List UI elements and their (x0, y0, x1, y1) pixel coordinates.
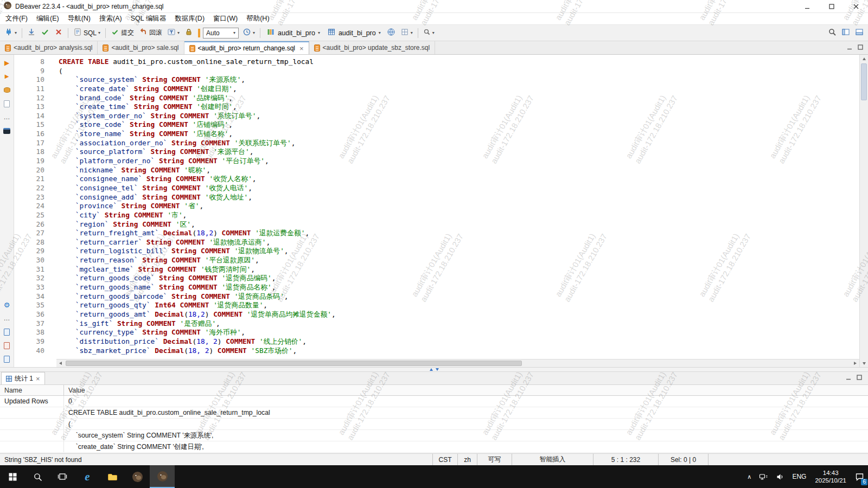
vertical-scroll-thumb[interactable] (861, 63, 867, 100)
status-insert-mode[interactable]: 智能插入 (512, 454, 593, 465)
search-dropdown-button[interactable]: ▾ (421, 27, 437, 40)
code-line[interactable]: `store_name` String COMMENT '店铺名称', (59, 130, 859, 139)
commit-button[interactable]: 提交 (108, 27, 136, 40)
rollback-button[interactable]: 回滚 (137, 27, 164, 40)
code-line[interactable]: `return_goods_code` String COMMENT '退货商品… (59, 274, 859, 283)
tray-volume-icon[interactable] (772, 465, 788, 488)
stats-row[interactable]: `create_date` String COMMENT '创建日期', (0, 441, 868, 453)
code-line[interactable]: `return_carrier` String COMMENT '退款物流承运商… (59, 238, 859, 247)
menubar-item[interactable]: 数据库(D) (170, 13, 209, 24)
code-line[interactable]: `source_platform` String COMMENT '来源平台', (59, 147, 859, 157)
menubar-item[interactable]: 窗口(W) (209, 13, 242, 24)
stats-tab[interactable]: 统计 1 × (1, 372, 45, 384)
fetch-data-button[interactable] (25, 27, 38, 40)
perspective-left-button[interactable] (839, 27, 852, 40)
taskbar-search-button[interactable] (25, 465, 50, 488)
tray-network-icon[interactable] (755, 465, 772, 488)
query-page-button[interactable] (2, 354, 12, 364)
code-line[interactable]: `consignee_add` String COMMENT '收货人地址', (59, 193, 859, 202)
minimize-panel-icon[interactable] (845, 374, 852, 382)
code-line[interactable]: `mgclear_time` String COMMENT '钱货两清时间', (59, 265, 859, 274)
code-line[interactable]: `consignee_tel` String COMMENT '收货人电话', (59, 184, 859, 193)
open-console-button[interactable] (2, 126, 12, 136)
code-line[interactable]: `return_reason` String COMMENT '平台退款原因', (59, 256, 859, 265)
code-line[interactable]: `consignee_name` String COMMENT '收货人名称', (59, 175, 859, 184)
sql-editor-menu-button[interactable]: SQL ▾ (71, 27, 103, 40)
code-area[interactable]: CREATE TABLE audit_bi_pro.custom_online_… (58, 55, 859, 359)
vertical-scroll-track[interactable] (860, 62, 868, 359)
cancel-icon-button[interactable] (52, 27, 65, 40)
output-page-button[interactable] (2, 327, 12, 337)
line-number-ruler[interactable]: 8910111213141516171819202122232425262728… (14, 55, 50, 359)
maximize-view-icon[interactable] (857, 44, 864, 52)
status-write-mode[interactable]: 可写 (477, 454, 512, 465)
close-window-button[interactable] (844, 0, 868, 12)
stats-row[interactable]: CREATE TABLE audit_bi_pro.custom_online_… (0, 407, 868, 419)
connection-select[interactable]: audit_bi_pro ▾ (263, 27, 323, 40)
code-line[interactable]: `return_goods_barcode` String COMMENT '退… (59, 292, 859, 301)
navigator-button[interactable] (385, 27, 398, 40)
menubar-item[interactable]: 导航(N) (63, 13, 95, 24)
lock-button[interactable] (182, 27, 195, 40)
editor-horizontal-scrollbar[interactable] (56, 359, 859, 367)
rail-more2-button[interactable]: … (2, 313, 12, 323)
code-line[interactable]: `source_system` String COMMENT '来源系统', (59, 75, 859, 85)
code-line[interactable]: `platform_order_no` String COMMENT '平台订单… (59, 157, 859, 166)
action-center-icon[interactable]: 6 (851, 465, 868, 488)
scroll-left-arrow[interactable] (56, 359, 65, 367)
stats-col-name[interactable]: Name (0, 385, 64, 395)
editor-tab[interactable]: <audit_bi_pro> return_change.sql× (184, 41, 309, 54)
code-line[interactable]: `sbz_market_price` Decimal(18, 2) COMMEN… (59, 346, 859, 356)
status-caret-position[interactable]: 5 : 1 : 232 (593, 454, 658, 465)
code-line[interactable]: CREATE TABLE audit_bi_pro.custom_online_… (59, 57, 859, 67)
sash-up-arrow-icon[interactable] (430, 368, 433, 371)
code-line[interactable]: `nickname` String COMMENT '昵称', (59, 166, 859, 175)
start-button[interactable] (0, 465, 25, 488)
execute-statement-button[interactable]: ▶ (2, 58, 12, 68)
folding-ruler[interactable] (50, 55, 58, 359)
tab-close-icon[interactable]: × (299, 44, 304, 53)
code-line[interactable]: `system_order_no` String COMMENT '系统订单号'… (59, 112, 859, 121)
refresh-interval-button[interactable]: ▾ (240, 27, 257, 40)
explain-plan-button[interactable] (2, 85, 12, 95)
accept-icon-button[interactable] (39, 27, 52, 40)
scroll-up-arrow[interactable] (860, 55, 868, 62)
minimize-view-icon[interactable] (846, 44, 853, 52)
stats-row[interactable]: `source_system` String COMMENT '来源系统', (0, 430, 868, 441)
code-line[interactable]: `association_order_no` String COMMENT '关… (59, 139, 859, 148)
code-line[interactable]: `return_logistic_bill` String COMMENT '退… (59, 247, 859, 256)
ie-taskbar-icon[interactable]: e (75, 465, 100, 488)
schema-select[interactable]: audit_bi_pro ▾ (324, 27, 384, 40)
code-line[interactable]: `is_gift` String COMMENT '是否赠品', (59, 319, 859, 329)
code-line[interactable]: `distribution_price` Decimal(18, 2) COMM… (59, 337, 859, 346)
menubar-item[interactable]: 文件(F) (1, 13, 32, 24)
scroll-down-arrow[interactable] (860, 359, 868, 367)
menubar-item[interactable]: 搜索(A) (95, 13, 126, 24)
code-line[interactable]: `return_goods_name` String COMMENT '退货商品… (59, 283, 859, 292)
code-line[interactable]: ( (59, 67, 859, 76)
maximize-panel-icon[interactable] (856, 374, 863, 382)
code-line[interactable]: `region` String COMMENT '区', (59, 220, 859, 229)
editor-tab[interactable]: <audit_bi_pro> sale.sql (98, 41, 184, 54)
stats-col-value[interactable]: Value (64, 385, 868, 395)
output-mode-button[interactable]: ▾ (398, 27, 415, 40)
code-line[interactable]: `return_goods_amt` Decimal(18,2) COMMENT… (59, 310, 859, 319)
code-line[interactable]: `store_code` String COMMENT '店铺编码', (59, 120, 859, 130)
sql-editor-surface[interactable]: 8910111213141516171819202122232425262728… (14, 55, 859, 359)
stats-row[interactable]: ( (0, 419, 868, 430)
new-connection-button[interactable]: ▾ (2, 27, 19, 40)
stats-row[interactable]: Updated Rows0 (0, 396, 868, 407)
perspective-bottom-button[interactable] (853, 27, 866, 40)
log-page-button[interactable] (2, 341, 12, 350)
tray-chevron-icon[interactable]: ∧ (743, 465, 755, 488)
code-line[interactable]: `brand_code` String COMMENT '品牌编码', (59, 94, 859, 103)
sash-down-arrow-icon[interactable] (436, 368, 439, 371)
file-explorer-taskbar-icon[interactable] (100, 465, 125, 488)
dbeaver-taskbar-icon[interactable] (125, 465, 150, 488)
rail-more-button[interactable]: … (2, 112, 12, 122)
menubar-item[interactable]: SQL 编辑器 (126, 13, 171, 24)
stats-tab-close-icon[interactable]: × (36, 375, 40, 383)
minimize-window-button[interactable] (795, 0, 819, 12)
code-line[interactable]: `create_date` String COMMENT '创建日期', (59, 85, 859, 94)
menubar-item[interactable]: 帮助(H) (242, 13, 273, 24)
